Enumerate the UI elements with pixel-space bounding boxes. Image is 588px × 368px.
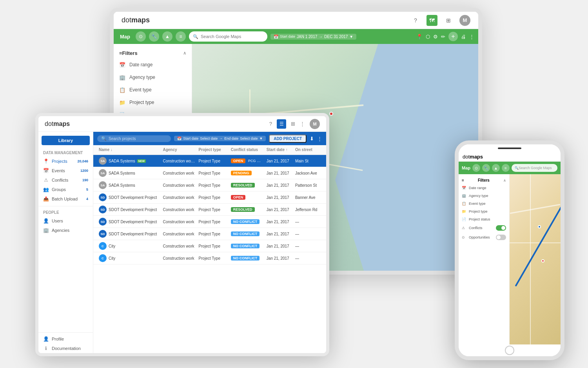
collapse-icon[interactable]: ∧ [183, 51, 186, 56]
pcg-label: PCG GROUP [248, 159, 265, 163]
sidebar-item-profile[interactable]: 👤 Profile [38, 334, 93, 344]
pencil-icon[interactable]: ✏ [441, 34, 445, 40]
phone-calendar-icon: 📅 [462, 186, 466, 190]
phone-event-icon: 📋 [462, 202, 466, 206]
map-icon[interactable]: 🗺 [426, 15, 437, 26]
phone-filter-header: ≡ Filters ∧ [459, 177, 509, 184]
phone-tool-icon-4[interactable]: ≡ [502, 164, 510, 172]
phone-filter-agency-type[interactable]: 🏢 Agency type [459, 192, 509, 200]
sidebar-item-events[interactable]: 📅 Events 1200 [38, 166, 93, 175]
table-row[interactable]: SD SDOT Development Project Construction… [93, 216, 326, 228]
row-conflict-2: PENDING [229, 171, 265, 175]
opportunities-toggle[interactable] [496, 235, 506, 240]
project-type-filter-icon: 📁 [119, 99, 125, 106]
row-agency-5: Construction work [161, 208, 197, 212]
sidebar-item-conflicts[interactable]: ⚠ Conflicts 190 [38, 175, 93, 185]
desktop-more-icon[interactable]: ⋮ [300, 121, 305, 127]
tool-icon-3[interactable]: ▲ [162, 31, 172, 42]
phone-filter-date-range[interactable]: 📅 Date range [459, 184, 509, 192]
library-button[interactable]: Library [42, 136, 90, 145]
filter-project-type[interactable]: 📁 Project type [114, 96, 192, 109]
row-street-9: — [294, 256, 322, 261]
desktop-grid-icon[interactable]: ⊞ [291, 121, 295, 127]
phone-tool-icon-3[interactable]: ▲ [492, 164, 500, 172]
table-row[interactable]: SA SADA Systems Construction work Projec… [93, 167, 326, 179]
table-row[interactable]: C City Construction work Project Type NO… [93, 240, 326, 252]
desktop-help-icon[interactable]: ? [269, 121, 272, 127]
phone-map-search[interactable]: 🔍 Search Google Maps [512, 164, 557, 172]
sidebar-item-projects[interactable]: 📍 Projects 20,046 [38, 157, 93, 166]
profile-icon: 👤 [43, 336, 49, 342]
more-icon[interactable]: ⋮ [469, 34, 474, 40]
sidebar-people-label: People [38, 209, 93, 216]
phone-road-2 [510, 242, 561, 243]
phone-map-pin-1[interactable] [538, 225, 541, 228]
phone-filter-project-type[interactable]: 📁 Project type [459, 208, 509, 215]
phone-tool-icon-2[interactable]: 🔧 [482, 164, 490, 172]
row-project-name-8: City [109, 244, 115, 248]
table-row[interactable]: SD SDOT Development Project Construction… [93, 191, 326, 204]
tool-icon-1[interactable]: ⊙ [136, 31, 146, 42]
table-row[interactable]: SD SDOT Development Project Construction… [93, 204, 326, 216]
add-button[interactable]: + [448, 32, 458, 41]
phone-filter-opportunities[interactable]: ⊙ Opportunities [459, 233, 509, 242]
date-range-selector[interactable]: 📅 Start date JAN 1 2017 → DEC 31 2017 ▼ [270, 34, 356, 40]
pin-icon[interactable]: 📍 [416, 34, 423, 40]
phone-map-pin-2[interactable] [541, 259, 544, 262]
map-search-input[interactable] [201, 34, 263, 39]
filter-agency-type[interactable]: 🏢 Agency type [114, 71, 192, 84]
conflicts-toggle[interactable] [496, 225, 506, 231]
tool-icon-4[interactable]: ≡ [176, 31, 186, 42]
search-icon: 🔍 [193, 34, 198, 39]
sidebar-item-agencies[interactable]: 🏢 Agencies [38, 226, 93, 235]
desktop-avatar[interactable]: M [310, 119, 320, 129]
tool-icon-2[interactable]: 🔧 [149, 31, 159, 42]
table-row[interactable]: SA SADA Systems Construction work Projec… [93, 179, 326, 191]
projects-table: Name ↓ Agency Project type Conflict stat… [93, 145, 326, 353]
row-start-5: Jan 21, 2017 [265, 208, 294, 212]
phone-filter-panel: ≡ Filters ∧ 📅 Date range 🏢 Agency type 📋 [459, 174, 510, 344]
filter-date-range[interactable]: 📅 Date range [114, 58, 192, 71]
map-search-box[interactable]: 🔍 [189, 31, 267, 42]
sidebar-item-groups[interactable]: 👥 Groups 5 [38, 185, 93, 194]
sidebar-item-batch-upload[interactable]: 📤 Batch Upload 4 [38, 194, 93, 204]
desktop-list-icon[interactable]: ☰ [277, 119, 286, 129]
help-icon[interactable]: ? [411, 16, 420, 25]
phone-filter-project-status[interactable]: 📄 Project status [459, 215, 509, 223]
download-icon[interactable]: ⬇ [310, 136, 314, 142]
phone-collapse-icon[interactable]: ∧ [503, 179, 506, 182]
date-range-label: Date range [129, 62, 152, 67]
phone-home-button[interactable] [505, 346, 514, 355]
settings-icon[interactable]: ⚙ [433, 34, 438, 40]
phone-tool-icon-1[interactable]: ⊙ [472, 164, 480, 172]
chevron-down-icon: ▼ [349, 35, 353, 39]
project-search-input[interactable] [109, 137, 167, 141]
date-picker[interactable]: 📅 Start date Select date → End date Sele… [174, 136, 266, 141]
table-row[interactable]: C City Construction work Project Type NO… [93, 252, 326, 264]
open-badge-4: OPEN [231, 195, 246, 200]
row-conflict-3: RESOLVED [229, 183, 265, 188]
add-project-button[interactable]: ADD PROJECT [269, 135, 307, 143]
map-pin-5[interactable] [329, 112, 333, 116]
sidebar-item-users[interactable]: 👤 Users [38, 216, 93, 226]
row-street-4: Banner Ave [294, 195, 322, 200]
filter-event-type[interactable]: 📋 Event type [114, 84, 192, 96]
table-row[interactable]: SA SADA Systems NEW Construction work ti… [93, 155, 326, 167]
print-icon[interactable]: 🖨 [461, 34, 466, 40]
user-avatar[interactable]: M [459, 15, 470, 26]
open-badge-1: OPEN [231, 158, 246, 163]
batch-upload-label: Batch Upload [52, 197, 78, 201]
table-row[interactable]: SD SDOT Development Project Construction… [93, 228, 326, 240]
more-options-icon[interactable]: ⋮ [317, 136, 322, 142]
phone-map-background[interactable] [510, 174, 561, 344]
sidebar-item-documentation[interactable]: ℹ Documentation [38, 344, 93, 353]
phone-filter-conflicts[interactable]: ⚠ Conflicts [459, 223, 509, 233]
row-start-7: Jan 21, 2017 [265, 232, 294, 236]
share-icon[interactable]: ⬡ [426, 34, 430, 40]
project-search-box[interactable]: 🔍 [97, 135, 171, 142]
phone-conflicts-label: Conflicts [469, 226, 483, 230]
phone-filter-event-type[interactable]: 📋 Event type [459, 200, 509, 208]
grid-icon[interactable]: ⊞ [444, 16, 453, 25]
row-name-1: SA SADA Systems NEW [97, 157, 161, 165]
agencies-label: Agencies [52, 228, 69, 233]
